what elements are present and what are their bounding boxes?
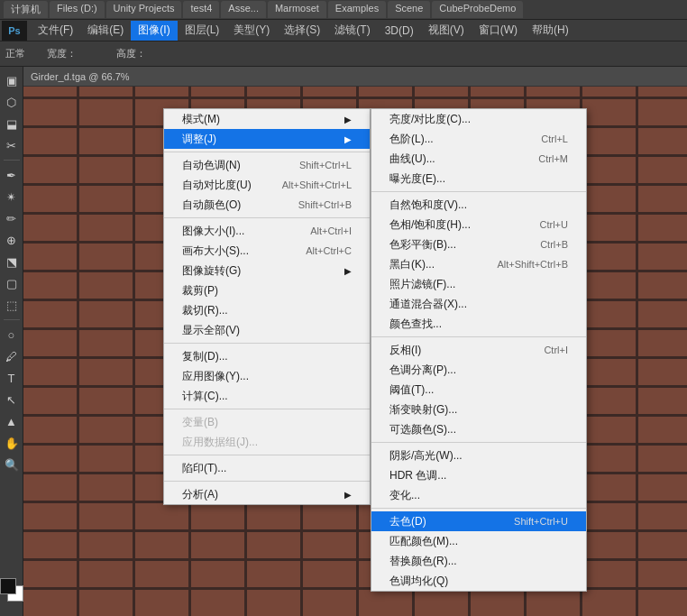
menu-help[interactable]: 帮助(H) [525,21,576,41]
menu-item-rotate[interactable]: 图像旋转(G) ▶ [164,261,370,280]
tool-brush[interactable]: ✏ [2,208,22,228]
submenu-hue-sat[interactable]: 色相/饱和度(H)... Ctrl+U [371,215,586,234]
tool-zoom[interactable]: 🔍 [2,455,22,474]
submenu-brightness[interactable]: 亮度/对比度(C)... [371,109,586,129]
submenu-threshold[interactable]: 阈值(T)... [371,380,586,400]
submenu-desaturate[interactable]: 去色(D) Shift+Ctrl+U [371,511,586,531]
menu-bar: Ps 文件(F) 编辑(E) 图像(I) 图层(L) 美型(Y) 选择(S) 滤… [0,20,687,41]
menu-item-mode[interactable]: 模式(M) ▶ [164,109,370,129]
submenu-color-balance[interactable]: 色彩平衡(B)... Ctrl+B [371,234,586,254]
toolbar-sep-1 [4,160,20,161]
sub-sep-3 [371,442,586,443]
height-label: 高度： [116,47,146,60]
tab-cubeprobedemo[interactable]: CubeProbeDemo [432,1,523,18]
tab-scene[interactable]: Scene [388,1,430,18]
menu-layer[interactable]: 图层(L) [178,21,227,41]
submenu-invert[interactable]: 反相(I) Ctrl+I [371,340,586,360]
tool-quick-select[interactable]: ⬓ [2,114,22,133]
submenu-equalize[interactable]: 色调均化(Q) [371,571,586,591]
menu-item-adjust[interactable]: 调整(J) ▶ [164,129,370,149]
menu-item-apply-image[interactable]: 应用图像(Y)... [164,366,370,386]
tool-pen[interactable]: 🖊 [2,346,22,366]
menu-item-auto-contrast[interactable]: 自动对比度(U) Alt+Shift+Ctrl+L [164,175,370,195]
menu-filter[interactable]: 滤镜(T) [327,21,377,41]
menu-item-reveal-all[interactable]: 显示全部(V) [164,320,370,340]
menu-file[interactable]: 文件(F) [31,21,80,41]
menu-item-image-size[interactable]: 图像大小(I)... Alt+Ctrl+I [164,221,370,241]
submenu-selective-color[interactable]: 可选颜色(S)... [371,419,586,439]
submenu-match-color[interactable]: 匹配颜色(M)... [371,531,586,551]
tool-hand[interactable]: ✋ [2,433,22,453]
menu-sep-3 [164,343,370,344]
menu-item-trim[interactable]: 裁切(R)... [164,300,370,320]
menu-sep-2 [164,217,370,218]
tool-eyedropper[interactable]: ✒ [2,165,22,185]
menu-view[interactable]: 视图(V) [421,21,472,41]
menu-sep-6 [164,481,370,482]
submenu-variations[interactable]: 变化... [371,485,586,505]
sub-sep-1 [371,191,586,192]
tab-examples[interactable]: Examples [328,1,386,18]
submenu-black-white[interactable]: 黑白(K)... Alt+Shift+Ctrl+B [371,254,586,274]
submenu-photo-filter[interactable]: 照片滤镜(F)... [371,274,586,294]
submenu-posterize[interactable]: 色调分离(P)... [371,360,586,380]
menu-window[interactable]: 窗口(W) [472,21,525,41]
menu-item-canvas-size[interactable]: 画布大小(S)... Alt+Ctrl+C [164,241,370,261]
menu-select[interactable]: 选择(S) [277,21,327,41]
menu-type[interactable]: 美型(Y) [226,21,277,41]
menu-sep-1 [164,152,370,152]
tool-marquee[interactable]: ▣ [2,70,22,90]
tool-gradient[interactable]: ⬚ [2,295,22,315]
tool-lasso[interactable]: ⬡ [2,92,22,112]
tool-spot-heal[interactable]: ✴ [2,187,22,207]
tool-eraser[interactable]: ▢ [2,273,22,293]
menu-item-crop[interactable]: 裁剪(P) [164,280,370,300]
tab-asse[interactable]: Asse... [221,1,266,18]
foreground-color-swatch[interactable] [0,578,16,594]
menu-item-trap[interactable]: 陷印(T)... [164,458,370,478]
menu-image[interactable]: 图像(I) [131,21,177,41]
canvas-area: Girder_d.tga @ 66.7% 模式(M) ▶ 调整(J) ▶ [23,67,687,616]
image-menu-dropdown: 模式(M) ▶ 调整(J) ▶ 自动色调(N) Shift+Ctrl+L 自动对… [163,108,371,505]
menu-item-duplicate[interactable]: 复制(D)... [164,346,370,366]
menu-item-auto-tone[interactable]: 自动色调(N) Shift+Ctrl+L [164,155,370,175]
sub-sep-2 [371,336,586,337]
submenu-channel-mixer[interactable]: 通道混合器(X)... [371,294,586,314]
submenu-levels[interactable]: 色阶(L)... Ctrl+L [371,129,586,149]
left-toolbar: ▣ ⬡ ⬓ ✂ ✒ ✴ ✏ ⊕ ⬔ ▢ ⬚ ○ 🖊 T ↖ ▲ ✋ 🔍 [0,67,23,616]
tool-shape[interactable]: ▲ [2,411,22,431]
menu-3d[interactable]: 3D(D) [378,21,421,41]
menu-item-apply-data[interactable]: 应用数据组(J)... [164,432,370,452]
tab-computer[interactable]: 计算机 [4,1,48,18]
menu-item-calculations[interactable]: 计算(C)... [164,386,370,406]
top-tabs: 计算机 Files (D:) Unity Projects test4 Asse… [4,1,523,18]
submenu-gradient-map[interactable]: 渐变映射(G)... [371,400,586,419]
tab-marmoset[interactable]: Marmoset [268,1,326,18]
tab-unity[interactable]: Unity Projects [106,1,182,18]
submenu-vibrance[interactable]: 自然饱和度(V)... [371,195,586,215]
canvas-filename: Girder_d.tga @ 66.7% [31,71,130,82]
menu-item-analysis[interactable]: 分析(A) ▶ [164,484,370,504]
submenu-shadows[interactable]: 阴影/高光(W)... [371,446,586,465]
tab-files[interactable]: Files (D:) [50,1,105,18]
main-area: ▣ ⬡ ⬓ ✂ ✒ ✴ ✏ ⊕ ⬔ ▢ ⬚ ○ 🖊 T ↖ ▲ ✋ 🔍 Gird… [0,67,687,616]
tool-path-select[interactable]: ↖ [2,390,22,409]
tool-history-brush[interactable]: ⬔ [2,252,22,271]
menu-edit[interactable]: 编辑(E) [80,21,131,41]
ps-logo: Ps [2,21,27,41]
top-tab-bar: 计算机 Files (D:) Unity Projects test4 Asse… [0,0,687,20]
tool-type[interactable]: T [2,368,22,388]
menu-sep-5 [164,455,370,455]
tool-dodge[interactable]: ○ [2,325,22,345]
submenu-color-lookup[interactable]: 颜色查找... [371,314,586,334]
tool-clone[interactable]: ⊕ [2,230,22,250]
submenu-hdr[interactable]: HDR 色调... [371,465,586,485]
submenu-replace-color[interactable]: 替换颜色(R)... [371,551,586,571]
submenu-curves[interactable]: 曲线(U)... Ctrl+M [371,149,586,169]
color-swatches [0,578,23,607]
submenu-exposure[interactable]: 曝光度(E)... [371,169,586,188]
tool-crop[interactable]: ✂ [2,135,22,155]
tab-test4[interactable]: test4 [183,1,219,18]
menu-item-variables[interactable]: 变量(B) [164,412,370,432]
menu-item-auto-color[interactable]: 自动颜色(O) Shift+Ctrl+B [164,195,370,215]
